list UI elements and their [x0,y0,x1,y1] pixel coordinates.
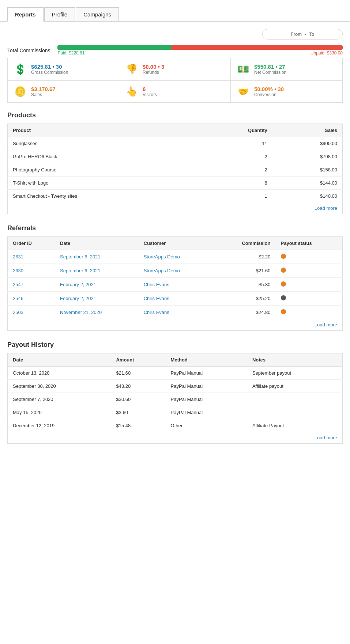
payout-history-title: Payout History [7,341,343,349]
products-load-more[interactable]: Load more [315,205,337,211]
payout-col-notes: Notes [247,353,343,367]
table-row: 2546 February 2, 2021 Chris Evans $25.20 [8,292,343,306]
product-name: Sunglasses [8,137,197,150]
net-commission-value: $550.81 • 27 [254,64,286,70]
referral-customer: Chris Evans [139,306,213,319]
sales-value: $3,170.67 [31,86,56,92]
payout-amount: $15.48 [111,419,165,432]
stat-conversion: 🤝 50.00% • 30 Conversion [231,81,342,102]
products-section: Products Product Quantity Sales Sunglass… [7,111,343,214]
payout-notes: Affiliate payout [247,380,343,393]
product-name: Smart Checkout - Twenty sites [8,190,197,203]
progress-bar-bg [57,45,343,50]
referral-date: February 2, 2021 [55,278,139,292]
status-dot [281,295,286,300]
product-name: T-Shirt with Logo [8,177,197,190]
stat-refunds: 👎 $0.00 • 3 Refunds [119,58,231,81]
referral-status [276,264,343,278]
date-filter: From - To [7,29,343,39]
payout-notes [247,406,343,419]
table-row: GoPro HERO6 Black 2 $798.00 [8,150,343,163]
payout-load-more[interactable]: Load more [315,435,337,440]
payout-method: Other [166,419,247,432]
payout-history-table: Date Amount Method Notes October 13, 202… [7,353,343,444]
referral-status [276,292,343,306]
referral-commission: $24.80 [213,306,276,319]
table-row: 2630 September 6, 2021 StoreApps Demo $2… [8,264,343,278]
referral-status [276,278,343,292]
product-quantity: 1 [197,190,272,203]
products-col-sales: Sales [272,124,343,137]
table-row: 2503 November 21, 2020 Chris Evans $24.8… [8,306,343,319]
payout-load-more-row: Load more [8,432,343,444]
net-icon: 💵 [237,64,250,75]
stat-gross-commission: 💲 $625.81 • 30 Gross Commission [8,58,119,81]
referral-order-id: 2630 [8,264,55,278]
stat-visitors: 👆 6 Visitors [119,81,231,102]
progress-bar-fill [57,45,172,50]
payout-method: PayPal Manual [166,380,247,393]
referral-customer: Chris Evans [139,278,213,292]
referral-commission: $25.20 [213,292,276,306]
referrals-table: Order ID Date Customer Commission Payout… [7,236,343,331]
referral-commission: $5.80 [213,278,276,292]
payout-method: PayPal Manual [166,393,247,406]
progress-bar: Paid: $220.81 Unpaid: $330.00 [57,45,343,56]
tabs-bar: Reports Profile Campaigns [0,0,350,22]
product-sales: $900.00 [272,137,343,150]
referrals-col-date: Date [55,237,139,250]
table-row: December 12, 2019 $15.48 Other Affiliate… [8,419,343,432]
payout-history-section: Payout History Date Amount Method Notes … [7,341,343,444]
referral-status [276,306,343,319]
sales-icon: 🪙 [14,86,27,97]
date-range-input[interactable]: From - To [262,29,343,39]
to-label: To [309,31,314,37]
referral-status [276,250,343,264]
referral-date: February 2, 2021 [55,292,139,306]
table-row: 2631 September 6, 2021 StoreApps Demo $2… [8,250,343,264]
conversion-icon: 🤝 [237,87,250,97]
product-quantity: 2 [197,150,272,163]
referral-commission: $21.60 [213,264,276,278]
product-sales: $158.00 [272,163,343,177]
table-row: Smart Checkout - Twenty sites 1 $140.00 [8,190,343,203]
referral-order-id: 2503 [8,306,55,319]
visitors-value: 6 [143,86,157,92]
referrals-load-more[interactable]: Load more [315,322,337,327]
payout-amount: $21.60 [111,367,165,380]
referral-customer: StoreApps Demo [139,250,213,264]
referrals-col-customer: Customer [139,237,213,250]
payout-amount: $48.20 [111,380,165,393]
referral-commission: $2.20 [213,250,276,264]
payout-notes [247,393,343,406]
referrals-col-commission: Commission [213,237,276,250]
tab-reports[interactable]: Reports [7,7,44,22]
referral-customer: Chris Evans [139,292,213,306]
conversion-label: Conversion [254,92,284,97]
payout-col-method: Method [166,353,247,367]
payout-notes: Affiliate Payout [247,419,343,432]
refunds-label: Refunds [143,70,164,75]
gross-commission-value: $625.81 • 30 [31,64,68,70]
payout-date: October 13, 2020 [8,367,111,380]
visitors-icon: 👆 [125,86,138,97]
product-sales: $140.00 [272,190,343,203]
tab-campaigns[interactable]: Campaigns [76,7,119,21]
date-separator: - [305,31,306,37]
table-row: Photography Course 2 $158.00 [8,163,343,177]
products-col-quantity: Quantity [197,124,272,137]
total-commissions-label: Total Commissions: [7,48,52,53]
product-quantity: 11 [197,137,272,150]
tab-profile[interactable]: Profile [44,7,75,21]
payout-col-date: Date [8,353,111,367]
table-row: October 13, 2020 $21.60 PayPal Manual Se… [8,367,343,380]
product-quantity: 2 [197,163,272,177]
payout-date: December 12, 2019 [8,419,111,432]
products-table: Product Quantity Sales Sunglasses 11 $90… [7,124,343,214]
payout-date: September 7, 2020 [8,393,111,406]
net-commission-label: Net Commission [254,70,286,75]
refunds-value: $0.00 • 3 [143,64,164,70]
referral-date: November 21, 2020 [55,306,139,319]
table-row: Sunglasses 11 $900.00 [8,137,343,150]
payout-method: PayPal Manual [166,367,247,380]
